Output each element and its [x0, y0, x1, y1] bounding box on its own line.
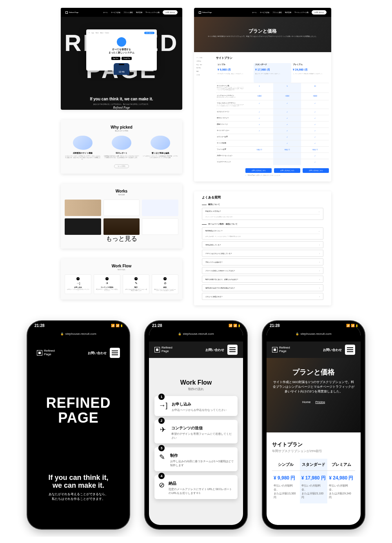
pricing-side-item[interactable]: 料金・制作	[196, 63, 214, 67]
pricing-row: フォーム設置 1個まで 3個まで 5個まで	[216, 146, 329, 153]
mobile-hero-tagline: If you can think it,we can make it. あなたが…	[31, 474, 125, 501]
contact-button[interactable]: お問い合わせ	[312, 10, 327, 15]
apply-button[interactable]: お申し込みはこちら	[245, 168, 272, 173]
nav-item[interactable]: ホーム	[103, 11, 108, 13]
pricing-row: フォロワーチェック ✓	[216, 159, 329, 165]
logo[interactable]: RefinedPage	[272, 346, 290, 353]
plan-tab-premium[interactable]: プレミアム	[327, 459, 355, 470]
plan-tab-standard[interactable]: スタンダード	[300, 459, 328, 470]
chevron-down-icon: ⌄	[318, 230, 320, 232]
phone-mockup-pricing: 21:28📶 📶 ▮ stephouse-recruit.com Refined…	[263, 321, 365, 529]
desktop-nav: Refined Page ホーム サービス詳細 プランと価格 制作実績 マーケッ…	[61, 8, 182, 17]
pricing-side-item[interactable]: 機能	[196, 70, 214, 73]
pricing-row: 月間サイトセッション ✓	[216, 153, 329, 159]
pricing-side-item[interactable]: その他	[196, 73, 214, 77]
logo[interactable]: Refined Page	[65, 11, 78, 14]
menu-icon[interactable]	[110, 348, 120, 358]
address-bar[interactable]: stephouse-recruit.com	[145, 332, 247, 336]
apply-button[interactable]: お申し込みはこちら	[274, 168, 300, 173]
workflow-panel: Work Flow 制作の流れ 1→] お申し込みお申込ページからお申込を行なっ…	[61, 258, 182, 300]
workflow-step-mobile: 1 →] お申し込みお申込ページからお申込を行なってください	[154, 396, 238, 416]
mobile-nav: RefinedPage お問い合わせ	[149, 341, 243, 358]
nav-item[interactable]: 制作実績	[285, 11, 291, 13]
section-title: Work Flow	[65, 264, 178, 268]
pricing-row: サイトのページ数制作するページ数のことです。ブランドやストーリーページを増やした…	[216, 83, 329, 93]
pricing-side-item[interactable]: プラン比較	[196, 56, 214, 60]
pricing-row: SEOストラテジー ✓ ✓ ✓	[216, 115, 329, 121]
logo[interactable]: RefinedPage	[154, 346, 172, 353]
status-icons: 📶 📶 ▮	[111, 323, 122, 328]
apply-button[interactable]: お申し込みはこちら	[303, 168, 329, 173]
workflow-step: 3✎ 制作お申し込みの内容に基づきチームが1〜3週間ほどで制作します	[123, 274, 149, 294]
plan-tab-simple[interactable]: シンプル	[272, 459, 300, 470]
faq-item[interactable]: 制作を依頼するにあたり、必要なものはある？›	[202, 276, 323, 283]
status-time: 21:28	[270, 323, 280, 328]
work-thumbnail[interactable]	[142, 218, 178, 235]
nav-item[interactable]: マーケットデータ集	[145, 11, 160, 13]
hero-tagline: If you can think it, we can make it.	[61, 97, 182, 101]
contact-button[interactable]: お問い合わせ	[205, 348, 224, 352]
chevron-right-icon: ›	[319, 243, 320, 246]
pricing-note: Refined Page では安心してご利用いただくために もっと見る	[216, 173, 329, 178]
faq-item[interactable]: 管理以外の会社ですが制作依頼はできる？›	[202, 284, 323, 291]
pricing-side-item[interactable]: 制作概要	[196, 66, 214, 70]
pricing-row: カウンター設置 ✓ ✓	[216, 134, 329, 140]
nav-item[interactable]: プランと価格	[123, 11, 133, 13]
breadcrumb-item[interactable]: Pricing	[313, 400, 327, 404]
workflow-header: Work Flow制作の流れ	[149, 379, 243, 391]
address-bar[interactable]: stephouse-recruit.com	[263, 332, 365, 336]
why-picked-panel: Why picked 選ばれる3つの理由 成果重視のサイト構築ビジネスにサイトを…	[61, 120, 182, 174]
workflow-step-mobile: 3 ✎ 制作お申し込みの内容に基づきチームが1〜3週間ほどで制作します	[154, 447, 238, 471]
chevron-right-icon: ›	[319, 287, 320, 289]
contact-button[interactable]: お問い合わせ	[163, 10, 178, 15]
pricing-row: サイトエディター ✓ ✓ ✓	[216, 127, 329, 134]
section-title: Works	[65, 189, 178, 193]
feature-card: 驚くほど簡単な編集ページのテキストやコンテンツを直感的操作で変更可能。コーディン…	[143, 136, 178, 160]
menu-icon[interactable]	[345, 345, 355, 355]
more-button[interactable]: もっと見る	[114, 164, 129, 168]
contact-button[interactable]: お問い合わせ	[323, 348, 342, 352]
contact-button[interactable]: お問い合わせ	[88, 351, 107, 355]
faq-item[interactable]: 制作期間はどのくらい？⌄ お申し込み内容・プランにもよりますが、1〜3週間程度と…	[202, 227, 323, 240]
menu-icon[interactable]	[227, 345, 238, 355]
pricing-table-title: サイトプラン	[216, 56, 329, 60]
faq-item[interactable]: 料金支払いの方法は？⌄ クレジットカードによる月額払いとなっております。	[202, 208, 323, 220]
pricing-side-item[interactable]: 月額料金	[196, 60, 214, 63]
faq-item[interactable]: 予約システムは組める？›	[202, 258, 323, 265]
nav-item[interactable]: 制作実績	[136, 11, 142, 13]
chevron-right-icon: ›	[319, 269, 320, 272]
nav-item[interactable]: サービス詳細	[111, 11, 120, 13]
chevron-down-icon: ⌄	[318, 210, 320, 212]
desktop-nav: Refined Page ホーム サービス詳細 プランと価格 制作実績 マーケッ…	[194, 8, 331, 17]
faq-item[interactable]: SEOは対応している？›	[202, 241, 323, 248]
work-thumbnail[interactable]	[103, 200, 140, 216]
faq-item[interactable]: デザインはどのように決定している？›	[202, 250, 323, 257]
workflow-step: 4⊘ 納品指定のメールアドレスにサイトURLとSEOレポートのURLをお送りしま…	[152, 274, 178, 294]
pricing-row: サイト内検索 ✓ ✓	[216, 140, 329, 146]
logo[interactable]: Refined Page	[199, 11, 212, 14]
status-time: 21:28	[34, 323, 45, 328]
works-panel: Works 制作実績 もっと見る	[61, 183, 182, 249]
plan-column: プレミアム¥ 24,980 /月トラフィックやページ数が多い大規模サイト向けプラ…	[291, 63, 329, 83]
phone-mockup-workflow: 21:28📶 📶 ▮ stephouse-recruit.com Refined…	[145, 321, 247, 529]
pricing-banner: プランと価格 サイト作成とSEO対策を1つのサブスクリプションで。料金プランはシ…	[194, 17, 331, 52]
work-thumbnail[interactable]	[103, 218, 140, 235]
work-thumbnail[interactable]	[65, 218, 101, 235]
faq-item[interactable]: グローバル対応したWebサイトにできる？›	[202, 267, 323, 274]
nav-item[interactable]: ホーム	[252, 11, 257, 13]
plan-cell: ¥ 9,980 円年払いの月額料金。または月額13,300円	[272, 471, 300, 503]
more-button[interactable]: もっと見る	[65, 235, 178, 243]
mobile-nav: RefinedPage お問い合わせ	[267, 341, 361, 358]
nav-item[interactable]: マーケットデータ集	[294, 11, 309, 13]
faq-item[interactable]: どのように納品される？›	[202, 293, 323, 300]
work-thumbnail[interactable]	[142, 200, 178, 216]
plan-column: スタンダード¥ 17,980 /月最もスタンダードな複数ページサイト用プラン。	[254, 63, 291, 83]
nav-item[interactable]: サービス詳細	[260, 11, 269, 13]
nav-item[interactable]: プランと価格	[272, 11, 282, 13]
plan-column: シンプル¥ 9,980 /月すべてが1ページで完結。最もシンプルなプラン。	[216, 63, 254, 83]
breadcrumb-item[interactable]: Home	[300, 400, 313, 404]
mobile-nav: RefinedPage お問い合わせ	[31, 345, 125, 361]
work-thumbnail[interactable]	[65, 200, 101, 216]
address-bar[interactable]: stephouse-recruit.com	[27, 332, 129, 336]
logo[interactable]: RefinedPage	[37, 349, 55, 356]
